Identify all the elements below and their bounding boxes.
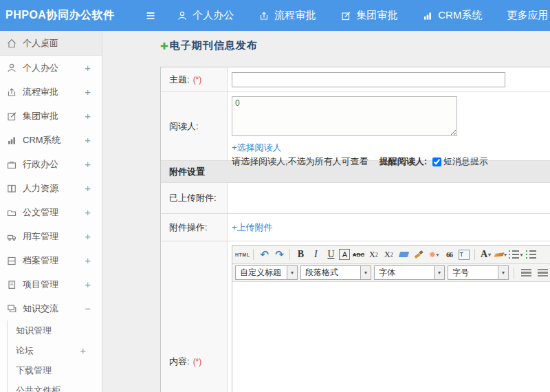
notebook-icon [6,279,17,290]
expand-plus-icon[interactable]: + [85,86,91,98]
sidebar-subitem-public-file-cabinet[interactable]: 公共文件柜 [8,380,102,392]
custom-heading-dropdown[interactable]: 自定义标题 ▾ [235,265,298,280]
editor-toolbar-row2: 自定义标题 ▾ 段落格式 ▾ 字体 ▾ 字号 ▾ [232,264,550,282]
font-color-button[interactable]: A▾ [478,248,492,261]
sidebar-subitem-download-management[interactable]: 下载管理 [8,360,102,380]
subject-row: 主题: (*) [161,67,550,92]
dropdown-label: 字号 [448,266,498,279]
format-painter-button[interactable] [412,248,426,261]
sidebar-item-admin-office[interactable]: 行政办公 + [0,152,102,176]
expand-plus-icon[interactable]: + [85,62,91,74]
sidebar-item-label: 档案管理 [23,254,58,267]
paste-box-icon: T [459,250,470,260]
paragraph-format-dropdown[interactable]: 段落格式 ▾ [300,265,371,280]
remove-format-button[interactable] [397,248,410,261]
expand-plus-icon[interactable]: + [85,182,91,194]
bold-button[interactable]: B [294,248,307,261]
sidebar-item-project-management[interactable]: 项目管理 + [0,272,102,296]
font-style-button[interactable]: A [339,249,350,260]
html-source-button[interactable]: HTML [235,248,250,261]
sidebar-item-group-approval[interactable]: 集团审批 + [0,104,102,128]
redo-button[interactable]: ↷ [272,248,286,261]
dropdown-caret-icon: ▾ [498,266,508,279]
nav-group-approval[interactable]: 集团审批 [340,9,397,22]
expand-plus-icon[interactable]: + [80,345,86,356]
required-mark: (*) [193,75,202,85]
expand-plus-icon[interactable]: + [85,230,91,242]
dropdown-caret-icon: ▾ [437,252,439,258]
folder-icon [6,207,17,218]
expand-plus-icon[interactable]: + [85,110,91,122]
app-title: PHPOA协同办公软件 [6,8,114,23]
ordered-list-button[interactable]: ▾ [509,248,522,261]
font-size-dropdown[interactable]: 字号 ▾ [448,265,509,280]
expand-plus-icon[interactable]: + [85,206,91,218]
nav-workflow-approval[interactable]: 流程审批 [258,9,316,22]
sidebar-subitem-knowledge-management[interactable]: 知识管理 [8,320,102,340]
remind-readers-label: 提醒阅读人: [380,155,427,168]
subject-input[interactable] [232,72,505,87]
sidebar-item-crm-system[interactable]: CRM系统 + [0,128,102,152]
nav-more-apps[interactable]: 更多应用 [507,9,548,22]
highlight-color-button[interactable]: ▾ [494,248,507,261]
italic-button[interactable]: I [309,248,322,261]
sidebar-item-human-resources[interactable]: 人力资源 + [0,176,102,200]
sidebar-item-document-management[interactable]: 公文管理 + [0,200,102,224]
sidebar-subitem-forum[interactable]: 论坛 + [8,340,102,360]
layers-icon [6,303,17,314]
sidebar-item-label: 个人桌面 [23,37,58,50]
font-family-dropdown[interactable]: 字体 ▾ [374,265,445,280]
hamburger-menu-icon[interactable]: ≡ [146,0,155,31]
expand-plus-icon[interactable]: + [85,279,91,290]
subject-content-cell [228,67,550,91]
green-plus-icon: ✚ [160,41,168,52]
dropdown-label: 自定义标题 [236,266,287,279]
underline-button[interactable]: U [324,248,338,261]
align-left-button[interactable] [519,266,533,280]
upload-attachment-link[interactable]: +上传附件 [232,221,273,234]
sidebar-item-personal-office[interactable]: 个人办公 + [0,56,102,80]
subscript-button[interactable]: X2 [382,248,395,261]
align-left-icon [521,269,531,276]
subject-label-cell: 主题: (*) [161,67,228,91]
subject-label: 主题: [169,74,190,86]
select-readers-link[interactable]: +选择阅读人 [232,142,282,154]
dropdown-caret-icon: ▾ [520,252,522,258]
sidebar-item-archive-management[interactable]: 档案管理 + [0,248,102,272]
sidebar-item-knowledge-exchange[interactable]: 知识交流 − [0,296,102,320]
expand-plus-icon[interactable]: + [85,134,91,146]
sidebar-item-personal-desktop[interactable]: 个人桌面 [0,31,102,56]
editor-content-area[interactable] [232,282,550,392]
brush-icon [415,250,423,259]
readers-textarea[interactable]: 0 [232,96,457,136]
dropdown-caret-icon: ▾ [434,266,444,279]
expand-plus-icon[interactable]: + [85,158,91,170]
blockquote-button[interactable]: 66 [442,248,456,261]
nav-label: 集团审批 [356,9,397,22]
align-center-button[interactable] [536,266,549,280]
sidebar-item-vehicle-management[interactable]: 用车管理 + [0,224,102,248]
unordered-list-button[interactable] [524,248,538,261]
paste-text-button[interactable]: T [457,248,471,261]
superscript-button[interactable]: X2 [366,248,380,261]
user-icon [177,10,188,21]
sidebar-item-label: 公共文件柜 [16,384,60,392]
sidebar-item-label: 行政办公 [23,158,58,171]
sms-remind-checkbox[interactable] [432,157,441,166]
uploaded-attachments-content-cell [228,183,550,213]
expand-plus-icon[interactable]: + [85,254,91,266]
strikethrough-button[interactable]: ABC [351,248,365,261]
workflow-icon [6,87,17,98]
content-editor-cell: HTML ↶ ↷ B I U A ABC X2 [228,241,550,392]
auto-typeset-button[interactable]: ❋▾ [427,248,441,261]
rich-text-editor: HTML ↶ ↷ B I U A ABC X2 [232,245,550,392]
nav-personal-office[interactable]: 个人办公 [177,9,234,22]
undo-button[interactable]: ↶ [257,248,271,261]
dropdown-label: 字体 [375,266,434,279]
archive-icon [6,255,17,266]
subscript-idx: 2 [390,252,393,258]
collapse-minus-icon[interactable]: − [85,303,91,314]
page-title-text: 电子期刊信息发布 [170,39,258,52]
nav-crm-system[interactable]: CRM系统 [422,9,482,22]
sidebar-item-workflow-approval[interactable]: 流程审批 + [0,80,102,104]
